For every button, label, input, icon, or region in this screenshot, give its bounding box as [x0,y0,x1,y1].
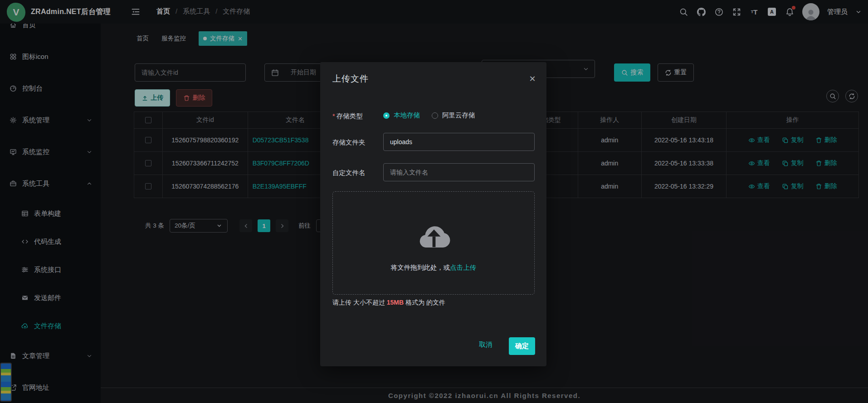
app-root: 首页图标icon控制台系统管理系统监控系统工具表单构建代码生成系统接口发送邮件文… [0,0,868,403]
storage-type-radio-group: 本地存储阿里云存储 [383,111,487,120]
filename-label: 自定文件名 [332,169,366,177]
cancel-button[interactable]: 取消 [479,340,493,349]
radio-icon [383,112,390,119]
folder-label: 存储文件夹 [332,138,366,147]
upload-dialog: 上传文件 ✕ *存储类型 本地存储阿里云存储 存储文件夹 自定文件名 将文件拖到… [320,62,546,366]
cloud-upload-icon [415,221,453,248]
required-star: * [332,112,335,120]
filename-input[interactable] [383,163,535,181]
click-upload-link[interactable]: 点击上传 [450,264,476,271]
confirm-button[interactable]: 确定 [509,337,535,355]
dropzone-text: 将文件拖到此处，或点击上传 [333,263,534,272]
folder-input[interactable] [383,133,535,151]
upload-tip: 请上传 大小不超过 15MB 格式为 的文件 [332,299,445,307]
radio-icon [432,112,438,119]
upload-dropzone[interactable]: 将文件拖到此处，或点击上传 [332,191,535,295]
radio-本地存储[interactable]: 本地存储 [383,111,420,120]
storage-type-label: *存储类型 [332,112,363,121]
size-limit: 15MB [387,299,404,306]
radio-阿里云存储[interactable]: 阿里云存储 [432,111,475,120]
dialog-title: 上传文件 [332,73,369,85]
close-icon[interactable]: ✕ [528,75,536,83]
